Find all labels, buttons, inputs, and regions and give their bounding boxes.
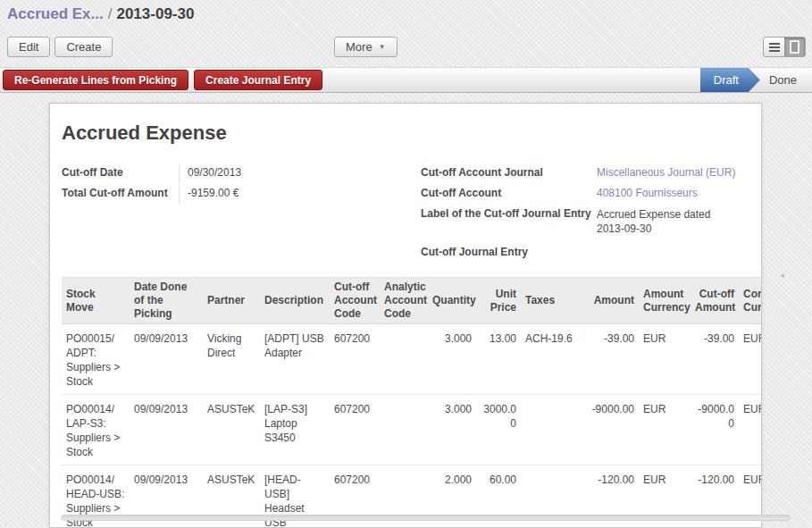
- column-header[interactable]: Cut-off Account Code: [330, 278, 380, 324]
- edit-button[interactable]: Edit: [7, 37, 50, 57]
- table-cell: 607200: [330, 324, 380, 395]
- field-groups: Cut-off Date 09/30/2013 Total Cut-off Am…: [62, 164, 761, 264]
- form-view-button[interactable]: [784, 38, 805, 56]
- create-journal-entry-button[interactable]: Create Journal Entry: [194, 70, 322, 90]
- field-group-left: Cut-off Date 09/30/2013 Total Cut-off Am…: [62, 164, 421, 264]
- field-label: Total Cut-off Amount: [62, 185, 179, 199]
- list-view-button[interactable]: [764, 38, 784, 56]
- table-cell: 13.00: [476, 324, 521, 395]
- table-cell: EUR: [739, 395, 762, 465]
- scroll-up-arrow-icon: ▴: [781, 270, 785, 279]
- table-cell: ASUSTeK: [203, 395, 260, 465]
- table-cell: [380, 395, 428, 465]
- total-cut-off-amount-value: -9159.00 €: [179, 185, 421, 204]
- cut-off-journal-entry-value: [597, 244, 760, 246]
- cut-off-account-journal-link[interactable]: Miscellaneous Journal (EUR): [597, 164, 760, 179]
- action-buttons: Re-Generate Lines from Picking Create Jo…: [3, 70, 322, 90]
- horizontal-scrollbar[interactable]: [61, 515, 791, 521]
- column-header[interactable]: Company Currency: [739, 278, 762, 324]
- field-group-right: Cut-off Account Journal Miscellaneous Jo…: [421, 164, 760, 264]
- breadcrumb-separator: /: [104, 5, 117, 22]
- table-row[interactable]: PO00015/​ADPT: Suppliers > Stock09/​09/​…: [62, 324, 762, 395]
- field-cut-off-account: Cut-off Account 408100 Fournisseurs: [421, 185, 760, 205]
- field-label: Cut-off Date: [62, 164, 179, 179]
- column-header[interactable]: Taxes: [521, 278, 580, 324]
- field-cut-off-journal-entry: Cut-off Journal Entry: [421, 244, 760, 264]
- field-label: Cut-off Account Journal: [421, 164, 597, 179]
- line-table-header-row: Stock MoveDate Done of the PickingPartne…: [62, 278, 762, 324]
- status-action-bar: Re-Generate Lines from Picking Create Jo…: [0, 67, 812, 93]
- field-cut-off-account-journal: Cut-off Account Journal Miscellaneous Jo…: [421, 164, 760, 185]
- column-header[interactable]: Amount Currency: [639, 278, 691, 324]
- table-cell: ACH-19.6: [521, 324, 580, 395]
- table-cell: Vicking Direct: [203, 324, 260, 395]
- column-header[interactable]: Unit Price: [476, 278, 521, 324]
- column-header[interactable]: Description: [260, 278, 330, 324]
- breadcrumb-parent-link[interactable]: Accrued Ex...: [7, 5, 104, 22]
- field-label: Cut-off Account: [421, 185, 597, 199]
- cut-off-account-link[interactable]: 408100 Fournisseurs: [597, 185, 760, 199]
- cut-off-date-value: 09/30/2013: [179, 164, 421, 183]
- table-cell: 09/​09/​2013: [130, 395, 203, 465]
- field-label: Label of the Cut-off Journal Entry: [421, 205, 597, 220]
- table-cell: -9000.00: [580, 395, 639, 465]
- lines-table-container: Stock MoveDate Done of the PickingPartne…: [62, 277, 762, 528]
- form-view-icon: [790, 40, 799, 54]
- form-sheet: Accrued Expense Cut-off Date 09/30/2013 …: [49, 103, 762, 528]
- toolbar: Edit Create: [7, 37, 113, 57]
- chevron-down-icon: ▼: [379, 40, 386, 54]
- view-switcher: [763, 37, 806, 57]
- regenerate-lines-button[interactable]: Re-Generate Lines from Picking: [3, 70, 188, 90]
- table-cell: EUR: [639, 395, 691, 465]
- column-header[interactable]: Cut-off Amount: [691, 278, 739, 324]
- field-total-cut-off-amount: Total Cut-off Amount -9159.00 €: [62, 185, 421, 205]
- statusbar-states: Draft Done: [700, 68, 812, 92]
- status-draft: Draft: [700, 68, 760, 92]
- journal-entry-label-value: Accrued Expense dated 2013-09-30: [597, 205, 731, 236]
- column-header[interactable]: Date Done of the Picking: [130, 278, 203, 324]
- table-cell: 09/​09/​2013: [130, 324, 203, 395]
- field-journal-entry-label: Label of the Cut-off Journal Entry Accru…: [421, 205, 760, 236]
- column-header[interactable]: Amount: [580, 278, 639, 324]
- table-row[interactable]: PO00014/​LAP-S3: Suppliers > Stock09/​09…: [62, 395, 762, 465]
- table-cell: -9000.00: [691, 395, 739, 465]
- breadcrumb: Accrued Ex.../2013-09-30: [7, 5, 194, 23]
- column-header[interactable]: Quantity: [428, 278, 476, 324]
- table-cell: -39.00: [580, 324, 639, 395]
- table-cell: [LAP-S3] Laptop S3450: [260, 395, 330, 465]
- field-label: Cut-off Journal Entry: [421, 244, 597, 258]
- column-header[interactable]: Stock Move: [62, 278, 130, 324]
- page-title: Accrued Expense: [62, 122, 761, 145]
- table-cell: [ADPT] USB Adapter: [260, 324, 330, 395]
- table-cell: [380, 324, 428, 395]
- column-header[interactable]: Partner: [203, 278, 260, 324]
- table-cell: 3.000: [428, 324, 476, 395]
- line-table-body: PO00015/​ADPT: Suppliers > Stock09/​09/​…: [62, 324, 762, 528]
- list-view-icon: [769, 43, 780, 52]
- table-cell: -39.00: [691, 324, 739, 395]
- table-cell: EUR: [739, 324, 762, 395]
- table-cell: PO00015/​ADPT: Suppliers > Stock: [62, 324, 130, 395]
- status-done: Done: [760, 68, 812, 92]
- table-cell: 3.000: [428, 395, 476, 465]
- line-table: Stock MoveDate Done of the PickingPartne…: [62, 277, 762, 528]
- table-cell: EUR: [639, 324, 691, 395]
- table-cell: 3000.00: [476, 395, 521, 465]
- more-button[interactable]: More ▼: [334, 37, 398, 57]
- breadcrumb-current: 2013-09-30: [116, 5, 194, 22]
- create-button[interactable]: Create: [54, 37, 113, 57]
- more-button-label: More: [346, 40, 373, 54]
- column-header[interactable]: Analytic Account Code: [380, 278, 428, 324]
- table-cell: [521, 395, 580, 465]
- table-cell: PO00014/​LAP-S3: Suppliers > Stock: [62, 395, 130, 465]
- table-cell: 607200: [330, 395, 380, 465]
- field-cut-off-date: Cut-off Date 09/30/2013: [62, 164, 421, 185]
